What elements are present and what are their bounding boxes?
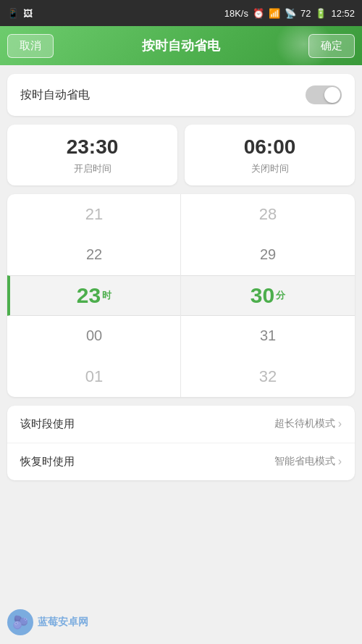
start-time-card[interactable]: 23:30 开启时间: [7, 125, 177, 185]
active-mode-label: 该时段使用: [20, 417, 75, 431]
header: 取消 按时自动省电 确定: [0, 26, 362, 65]
battery-icon: 🔋: [315, 8, 327, 19]
minute-item-4: 32: [181, 356, 355, 397]
hour-unit: 时: [102, 289, 111, 302]
power-save-toggle[interactable]: [306, 85, 342, 104]
toggle-label: 按时自动省电: [20, 88, 90, 103]
end-time-card[interactable]: 06:00 关闭时间: [185, 125, 355, 185]
restore-mode-value: 智能省电模式: [274, 455, 335, 468]
page-title: 按时自动省电: [142, 37, 220, 54]
restore-mode-value-container: 智能省电模式 ›: [274, 455, 342, 468]
start-time-label: 开启时间: [17, 162, 167, 175]
signal-icon: 📡: [285, 8, 296, 19]
hour-item-4: 01: [7, 356, 181, 397]
start-time-value: 23:30: [17, 135, 167, 159]
status-icon-image: 🖼: [23, 8, 33, 19]
hour-item-0: 21: [7, 194, 181, 235]
minute-item-3: 31: [181, 316, 355, 356]
end-time-label: 关闭时间: [195, 162, 345, 175]
minute-unit: 分: [276, 289, 285, 302]
status-left: 📱 🖼: [7, 8, 33, 19]
end-time-value: 06:00: [195, 135, 345, 159]
active-mode-item[interactable]: 该时段使用 超长待机模式 ›: [7, 406, 355, 443]
restore-mode-label: 恢复时使用: [20, 455, 75, 469]
time-picker[interactable]: 21 22 23时 00 01 28 29 30分 31 32: [7, 194, 355, 397]
hour-item-selected: 23时: [7, 275, 181, 316]
status-bar: 📱 🖼 18K/s ⏰ 📶 📡 72 🔋 12:52: [0, 0, 362, 26]
active-mode-value: 超长待机模式: [274, 417, 335, 430]
watermark: 🫐 蓝莓安卓网: [7, 609, 88, 635]
main-content: 按时自动省电 23:30 开启时间 06:00 关闭时间 21 22 23时 0…: [0, 65, 362, 644]
active-mode-value-container: 超长待机模式 ›: [274, 417, 342, 430]
hour-item-1: 22: [7, 235, 181, 275]
battery-level: 72: [300, 8, 311, 19]
mode-section: 该时段使用 超长待机模式 › 恢复时使用 智能省电模式 ›: [7, 406, 355, 480]
time-section: 23:30 开启时间 06:00 关闭时间: [7, 125, 355, 185]
picker-container: 21 22 23时 00 01 28 29 30分 31 32: [7, 194, 355, 397]
minute-item-1: 29: [181, 235, 355, 275]
alarm-icon: ⏰: [253, 8, 264, 19]
cancel-button[interactable]: 取消: [7, 34, 54, 58]
network-speed: 18K/s: [224, 8, 248, 19]
wifi-icon: 📶: [269, 8, 280, 19]
watermark-icon: 🫐: [7, 609, 33, 635]
toggle-section: 按时自动省电: [7, 74, 355, 116]
hour-item-3: 00: [7, 316, 181, 356]
clock: 12:52: [331, 8, 355, 19]
restore-mode-chevron: ›: [338, 455, 342, 468]
confirm-button[interactable]: 确定: [308, 34, 355, 58]
restore-mode-item[interactable]: 恢复时使用 智能省电模式 ›: [7, 443, 355, 480]
hour-picker-col[interactable]: 21 22 23时 00 01: [7, 194, 181, 397]
status-icon-sim: 📱: [7, 8, 19, 19]
active-mode-chevron: ›: [338, 417, 342, 430]
minute-item-0: 28: [181, 194, 355, 235]
minute-picker-col[interactable]: 28 29 30分 31 32: [181, 194, 355, 397]
minute-item-selected: 30分: [181, 275, 355, 316]
watermark-text: 蓝莓安卓网: [38, 616, 88, 629]
status-right: 18K/s ⏰ 📶 📡 72 🔋 12:52: [224, 8, 355, 19]
